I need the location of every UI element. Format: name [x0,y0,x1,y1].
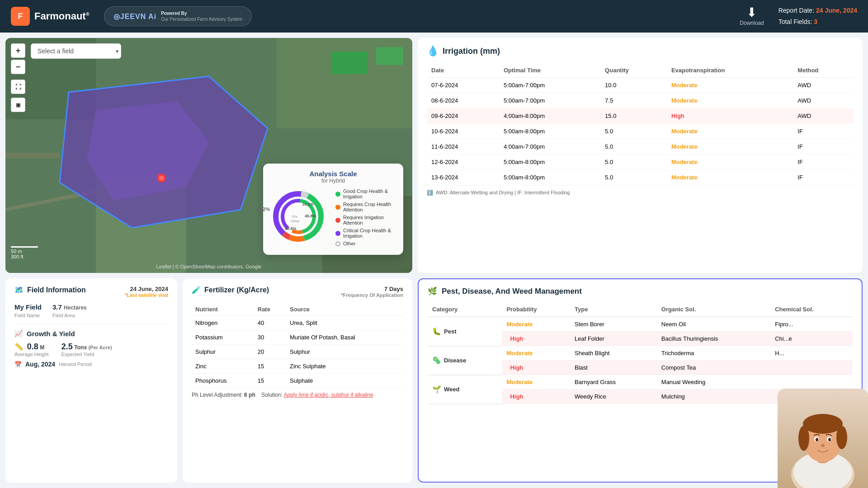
logo-area: F Farmonaut® [11,7,90,26]
pest-prob: High [502,332,570,346]
solution-label: Solution: [261,392,283,398]
pest-title: 🌿 Pest, Disease, And Weed Management [428,286,853,296]
fertilizer-title: 🧪 Fertilizer (Kg/Acre) [192,286,269,294]
fert-row: Phosphorus 15 Sulphate [192,374,403,388]
map-attribution: Leaflet | © OpenStreetMap contributors, … [5,264,412,269]
irrigation-title: Irrigation (mm) [443,47,500,56]
download-button[interactable]: ⬇ Download [740,6,764,26]
field-info-panel: 🗺️ Field Information 24 June, 2024 *Last… [5,278,177,483]
legend-item-crop: Requires Crop Health Attention [335,202,395,212]
pest-type: Blast [570,361,657,375]
calendar-icon: 📅 [14,361,22,368]
fertilizer-freq: 7 Days *Frequency Of Application [341,286,403,298]
field-stats-row: My Field Field Name 3.7 Hectares Field A… [14,303,168,318]
donut-left-label: 97.2% [256,206,270,212]
pest-organic: Trichoderma [657,346,770,361]
fert-rate: 15 [254,374,286,388]
donut-svg: 10.5% 45.8% 40.8% 5% Other [271,189,326,244]
fert-rate: 20 [254,345,286,359]
pest-prob: High [502,361,570,375]
map-controls: + − ⛶ ▣ [11,43,25,112]
irr-time: 5:00am-8:00pm [499,124,600,139]
irr-date: 09-6-2024 [427,108,499,124]
report-info: Report Date: 24 June, 2024 Total Fields:… [778,5,857,28]
irr-qty: 5.0 [600,155,667,170]
irr-evapo: Moderate [667,170,793,185]
pest-row: 🦠 Disease Moderate Sheath Blight Trichod… [428,346,853,361]
fertilizer-header: 🧪 Fertilizer (Kg/Acre) 7 Days *Frequency… [192,286,403,298]
fert-nutrient: Nitrogen [192,316,254,330]
fert-rate: 15 [254,359,286,374]
legend-dot-critical [335,231,340,236]
irr-time: 5:00am-8:00pm [499,155,600,170]
irr-evapo: High [667,108,793,124]
map-scale: 50 m 300 ft [11,246,38,259]
col-evapo: Evapotranspiration [667,63,793,78]
pest-col-chemical: Chemical Sol. [770,302,853,317]
irrigation-panel: 💧 Irrigation (mm) Date Optimal Time Quan… [418,38,863,273]
irr-qty: 5.0 [600,139,667,155]
pest-row: 🌱 Weed Moderate Barnyard Grass Manual We… [428,375,853,389]
solution-text[interactable]: Apply lime if acidic, sulphur if alkalin… [283,392,373,398]
irrigation-row: 10-6-2024 5:00am-8:00pm 5.0 Moderate IF [427,124,854,139]
pest-col-cat: Category [428,302,502,317]
zoom-out-button[interactable]: − [11,60,25,74]
fert-source: Urea, Split [286,316,403,330]
field-info-icon: 🗺️ [14,286,24,294]
height-icon: 📏 [14,343,24,351]
col-date: Date [427,63,499,78]
svg-point-10 [159,175,164,181]
fullscreen-button[interactable]: ⛶ [11,80,25,94]
legend-item-other: Other [335,241,395,246]
svg-point-32 [836,426,847,449]
fertilizer-table: Nutrient Rate Source Nitrogen 40 Urea, S… [192,303,403,388]
pest-row: 🐛 Pest Moderate Stem Borer Neem Oil Fipr… [428,317,853,332]
fert-col-source: Source [286,303,403,316]
legend-item-critical: Critical Crop Health & Irrigation [335,228,395,239]
irrigation-row: 11-6-2024 4:00am-7:00pm 5.0 Moderate IF [427,139,854,155]
pest-organic: Bacillus Thuringiensis [657,332,770,346]
analysis-scale-body: 97.2% [271,188,395,249]
fertilizer-icon: 🧪 [192,286,201,294]
pest-chemical: Chi...e [770,332,853,346]
field-info-header: 🗺️ Field Information 24 June, 2024 *Last… [14,286,168,298]
irr-date: 08-6-2024 [427,93,499,108]
analysis-legend: Good Crop Health & Irrigation Requires C… [335,188,395,249]
field-select[interactable]: Select a field [31,43,121,59]
pest-category: 🌱 Weed [428,375,502,404]
report-date-line: Report Date: 24 June, 2024 [778,5,857,16]
irr-method: AWD [793,108,854,124]
irr-qty: 5.0 [600,170,667,185]
pest-category: 🦠 Disease [428,346,502,375]
logo-icon: F [11,7,30,26]
pest-col-organic: Organic Sol. [657,302,770,317]
irr-qty: 5.0 [600,124,667,139]
fert-nutrient: Phosphorus [192,374,254,388]
irrigation-table-head: Date Optimal Time Quantity Evapotranspir… [427,63,854,78]
layer-button[interactable]: ▣ [11,98,25,112]
growth-section: 📈 Growth & Yield 📏 0.8 M Average Height … [14,324,168,368]
pest-type: Sheath Blight [570,346,657,361]
pest-type: Weedy Rice [570,389,657,404]
field-area-stat: 3.7 Hectares Field Area [52,303,87,318]
harvest-row: 📅 Aug, 2024 Harvest Period [14,361,168,368]
irr-method: AWD [793,78,854,93]
ph-note-label: Ph Level Adjustment: [192,392,243,398]
donut-chart: 97.2% [271,189,330,248]
map-background: + − ⛶ ▣ Select a field ▾ 50 m 300 ft Lea… [5,38,412,273]
svg-point-30 [803,414,843,434]
irrigation-row: 07-6-2024 5:00am-7:00pm 10.0 Moderate AW… [427,78,854,93]
pest-chemical [770,375,853,389]
irr-evapo: Moderate [667,155,793,170]
irrigation-row: 12-6-2024 5:00am-8:00pm 5.0 Moderate IF [427,155,854,170]
irrigation-icon: 💧 [427,45,439,57]
irrigation-header: 💧 Irrigation (mm) [427,45,854,57]
map-section: + − ⛶ ▣ Select a field ▾ 50 m 300 ft Lea… [5,38,412,273]
logo-text: Farmonaut® [34,10,90,22]
svg-text:45.8%: 45.8% [305,214,316,218]
pest-organic: Mulching [657,389,770,404]
irr-evapo: Moderate [667,93,793,108]
svg-text:40.8%: 40.8% [285,226,297,231]
zoom-in-button[interactable]: + [11,43,25,58]
fertilizer-head: Nutrient Rate Source [192,303,403,316]
